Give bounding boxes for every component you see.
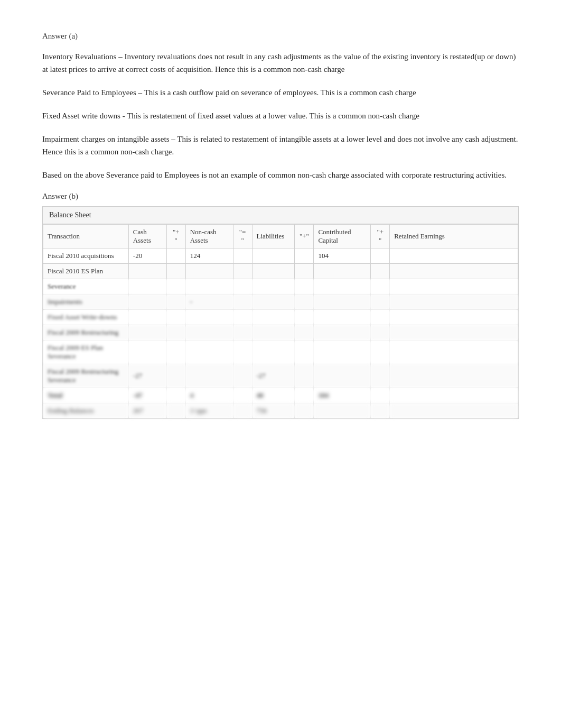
table-cell — [233, 248, 252, 264]
table-cell — [390, 279, 518, 294]
table-cell — [185, 364, 233, 388]
table-cell — [233, 340, 252, 364]
table-cell — [371, 248, 390, 264]
table-cell — [233, 310, 252, 325]
header-noncash-assets: Non-cash Assets — [185, 225, 233, 248]
table-cell — [314, 279, 371, 294]
table-cell — [166, 364, 185, 388]
table-cell — [233, 279, 252, 294]
table-cell — [371, 364, 390, 388]
paragraph-2: Severance Paid to Employees – This is a … — [42, 86, 519, 99]
table-row: Total-47440104 — [43, 388, 518, 403]
table-cell — [185, 279, 233, 294]
table-cell: Total — [43, 388, 129, 403]
table-cell — [233, 364, 252, 388]
table-cell — [166, 325, 185, 340]
table-cell — [128, 294, 166, 310]
answer-b-label: Answer (b) — [42, 192, 519, 201]
table-cell — [252, 264, 295, 279]
table-cell — [295, 364, 314, 388]
table-cell — [371, 340, 390, 364]
table-cell: 104 — [314, 248, 371, 264]
paragraph-5: Based on the above Severance paid to Emp… — [42, 169, 519, 181]
table-cell — [295, 310, 314, 325]
table-cell — [390, 310, 518, 325]
table-cell — [371, 294, 390, 310]
table-cell — [252, 279, 295, 294]
table-cell — [314, 310, 371, 325]
table-cell — [166, 310, 185, 325]
table-cell — [252, 310, 295, 325]
table-cell — [390, 264, 518, 279]
table-cell — [371, 325, 390, 340]
table-cell: Fiscal 2010 acquisitions — [43, 248, 129, 264]
table-row: Fiscal 2009 Restructuring — [43, 325, 518, 340]
table-cell: Severance — [43, 279, 129, 294]
table-cell — [314, 364, 371, 388]
paragraph-1: Inventory Revaluations – Inventory reval… — [42, 50, 519, 76]
table-cell — [166, 294, 185, 310]
table-header-row: Transaction Cash Assets "+" Non-cash Ass… — [43, 225, 518, 248]
header-eq1: "=" — [233, 225, 252, 248]
table-cell — [314, 403, 371, 419]
table-cell: Fiscal 2009 Restructuring — [43, 325, 129, 340]
table-cell — [128, 264, 166, 279]
table-row: Fiscal 2010 ES Plan — [43, 264, 518, 279]
balance-sheet-table: Transaction Cash Assets "+" Non-cash Ass… — [43, 224, 518, 419]
header-transaction: Transaction — [43, 225, 129, 248]
table-cell: 124 — [185, 248, 233, 264]
table-cell — [314, 325, 371, 340]
table-cell — [295, 279, 314, 294]
table-cell — [295, 294, 314, 310]
table-row: Fiscal 2009 Restructuring Severance-27-2… — [43, 364, 518, 388]
table-cell — [295, 403, 314, 419]
header-plus1: "+" — [166, 225, 185, 248]
table-row: Impairments- — [43, 294, 518, 310]
table-row: Fiscal 2010 acquisitions-20124104 — [43, 248, 518, 264]
table-cell — [314, 294, 371, 310]
table-cell — [371, 388, 390, 403]
table-cell — [233, 325, 252, 340]
table-cell — [390, 388, 518, 403]
table-cell: 1>pps — [185, 403, 233, 419]
header-contributed-capital: Contributed Capital — [314, 225, 371, 248]
table-cell — [295, 248, 314, 264]
table-cell — [295, 388, 314, 403]
table-cell — [390, 364, 518, 388]
table-cell — [390, 294, 518, 310]
balance-sheet-title: Balance Sheet — [43, 207, 518, 224]
table-cell — [371, 403, 390, 419]
table-cell — [295, 325, 314, 340]
table-cell — [390, 403, 518, 419]
paragraphs-container: Inventory Revaluations – Inventory reval… — [42, 50, 519, 181]
table-cell — [252, 294, 295, 310]
table-cell — [252, 248, 295, 264]
table-cell — [252, 340, 295, 364]
table-cell — [166, 279, 185, 294]
paragraph-3: Fixed Asset write downs - This is restat… — [42, 109, 519, 122]
header-plus2: "+" — [295, 225, 314, 248]
table-cell — [252, 325, 295, 340]
table-cell: Fiscal 2009 ES Plan Severance — [43, 340, 129, 364]
table-row: Fixed Asset Write-downs — [43, 310, 518, 325]
table-cell — [233, 264, 252, 279]
table-cell — [128, 279, 166, 294]
table-cell — [314, 340, 371, 364]
header-plus3: "+" — [371, 225, 390, 248]
table-row: Fiscal 2009 ES Plan Severance — [43, 340, 518, 364]
table-cell — [166, 388, 185, 403]
table-cell — [166, 248, 185, 264]
table-cell — [295, 340, 314, 364]
header-cash-assets: Cash Assets — [128, 225, 166, 248]
table-cell — [295, 264, 314, 279]
table-cell: 4 — [185, 388, 233, 403]
table-cell: -20 — [128, 248, 166, 264]
table-cell — [128, 325, 166, 340]
table-cell — [185, 264, 233, 279]
table-cell — [185, 340, 233, 364]
header-retained: Retained Earnings — [390, 225, 518, 248]
table-body: Fiscal 2010 acquisitions-20124104Fiscal … — [43, 248, 518, 419]
table-cell — [128, 310, 166, 325]
table-cell: 756 — [252, 403, 295, 419]
table-cell — [128, 340, 166, 364]
